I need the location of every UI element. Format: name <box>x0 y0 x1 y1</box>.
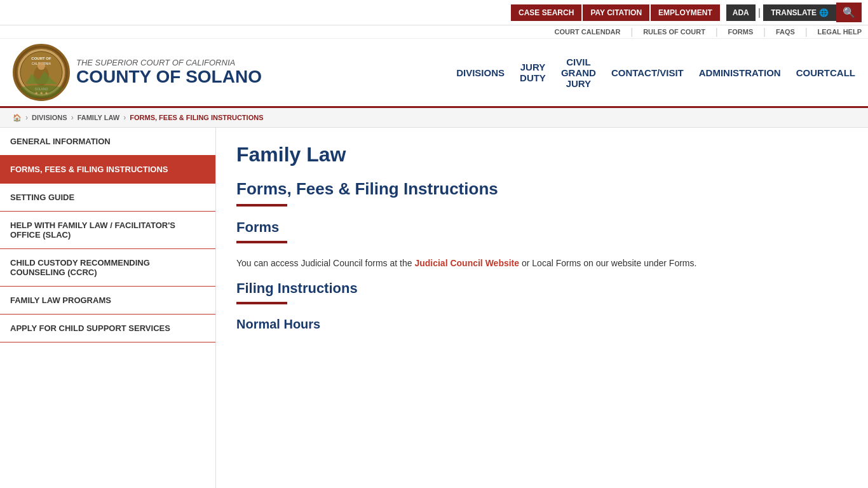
logo-area: COURT OF CALIFORNIA SOLANO ★ ★ ★ THE SUP… <box>13 44 262 101</box>
pay-citation-button[interactable]: PAY CITATION <box>583 4 649 21</box>
sidebar-item-general-information[interactable]: GENERAL INFORMATION <box>0 128 215 156</box>
sidebar: GENERAL INFORMATION FORMS, FEES & FILING… <box>0 128 216 488</box>
breadcrumb-current: FORMS, FEES & FILING INSTRUCTIONS <box>130 114 263 121</box>
court-seal: COURT OF CALIFORNIA SOLANO ★ ★ ★ <box>13 44 70 101</box>
sidebar-item-family-law-programs[interactable]: FAMILY LAW PROGRAMS <box>0 287 215 315</box>
forms-text: You can access Judicial Council forms at… <box>236 256 848 270</box>
section-title: Forms, Fees & Filing Instructions <box>236 179 848 199</box>
section-divider-1 <box>236 204 287 207</box>
breadcrumb: 🏠 › DIVISIONS › FAMILY LAW › FORMS, FEES… <box>0 108 868 128</box>
main-nav: DIVISIONS JURYDUTY CIVILGRANDJURY CONTAC… <box>456 54 855 92</box>
nav-contact-visit[interactable]: CONTACT/VISIT <box>611 65 684 81</box>
sidebar-item-help-family-law[interactable]: HELP WITH FAMILY LAW / FACILITATOR'S OFF… <box>0 212 215 249</box>
section-divider-3 <box>236 302 287 304</box>
judicial-council-link[interactable]: Judicial Council Website <box>414 258 519 268</box>
filing-instructions-subtitle: Filing Instructions <box>236 280 848 297</box>
rules-of-court-link[interactable]: RULES OF COURT <box>643 28 705 36</box>
court-name: THE SUPERIOR COURT OF CALIFORNIA COUNTY … <box>76 58 262 87</box>
employment-button[interactable]: EMPLOYMENT <box>651 4 720 21</box>
sidebar-item-ccrc[interactable]: CHILD CUSTODY RECOMMENDING COUNSELING (C… <box>0 249 215 287</box>
secondary-nav: COURT CALENDAR | RULES OF COURT | FORMS … <box>0 25 868 39</box>
translate-button[interactable]: TRANSLATE 🌐 <box>763 4 836 21</box>
section-divider-2 <box>236 241 287 243</box>
separator: | <box>756 7 763 18</box>
forms-text-before: You can access Judicial Council forms at… <box>236 258 414 268</box>
case-search-button[interactable]: CASE SEARCH <box>511 4 581 21</box>
nav-courtcall[interactable]: COURTCALL <box>796 65 855 81</box>
forms-link[interactable]: FORMS <box>728 28 754 36</box>
forms-text-after: or Local Forms on our website under Form… <box>519 258 696 268</box>
svg-text:★ ★ ★: ★ ★ ★ <box>34 91 48 95</box>
breadcrumb-chevron-3: › <box>123 113 126 122</box>
nav-civil-grand-jury[interactable]: CIVILGRANDJURY <box>561 54 596 92</box>
faqs-link[interactable]: FAQS <box>776 28 795 36</box>
breadcrumb-home[interactable]: 🏠 <box>13 114 22 122</box>
normal-hours-title: Normal Hours <box>236 317 848 332</box>
main-content: Family Law Forms, Fees & Filing Instruct… <box>216 128 868 488</box>
ada-translate-area: ADA | TRANSLATE 🌐 <box>726 4 836 21</box>
header: COURT OF CALIFORNIA SOLANO ★ ★ ★ THE SUP… <box>0 39 868 108</box>
breadcrumb-divisions[interactable]: DIVISIONS <box>32 114 67 121</box>
search-button[interactable]: 🔍 <box>836 3 862 22</box>
sidebar-item-child-support[interactable]: APPLY FOR CHILD SUPPORT SERVICES <box>0 315 215 342</box>
svg-point-6 <box>37 62 45 70</box>
breadcrumb-chevron-1: › <box>25 113 28 122</box>
svg-text:COURT OF: COURT OF <box>31 57 51 60</box>
sidebar-item-forms-fees[interactable]: FORMS, FEES & FILING INSTRUCTIONS <box>0 156 215 184</box>
globe-icon: 🌐 <box>819 8 829 17</box>
nav-jury-duty[interactable]: JURYDUTY <box>520 59 546 86</box>
forms-subtitle: Forms <box>236 219 848 236</box>
utility-bar: CASE SEARCH PAY CITATION EMPLOYMENT ADA … <box>0 0 868 25</box>
sidebar-item-setting-guide[interactable]: SETTING GUIDE <box>0 184 215 212</box>
ada-button[interactable]: ADA <box>726 4 756 21</box>
nav-administration[interactable]: ADMINISTRATION <box>699 65 781 81</box>
breadcrumb-family-law[interactable]: FAMILY LAW <box>78 114 120 121</box>
court-line2: COUNTY OF SOLANO <box>76 67 262 87</box>
court-line1: THE SUPERIOR COURT OF CALIFORNIA <box>76 58 262 67</box>
court-calendar-link[interactable]: COURT CALENDAR <box>555 28 621 36</box>
content-wrapper: GENERAL INFORMATION FORMS, FEES & FILING… <box>0 128 868 488</box>
nav-divisions[interactable]: DIVISIONS <box>456 65 505 81</box>
legal-help-link[interactable]: LEGAL HELP <box>818 28 862 36</box>
page-title: Family Law <box>236 143 848 166</box>
utility-buttons: CASE SEARCH PAY CITATION EMPLOYMENT <box>511 4 720 21</box>
breadcrumb-chevron-2: › <box>71 113 74 122</box>
